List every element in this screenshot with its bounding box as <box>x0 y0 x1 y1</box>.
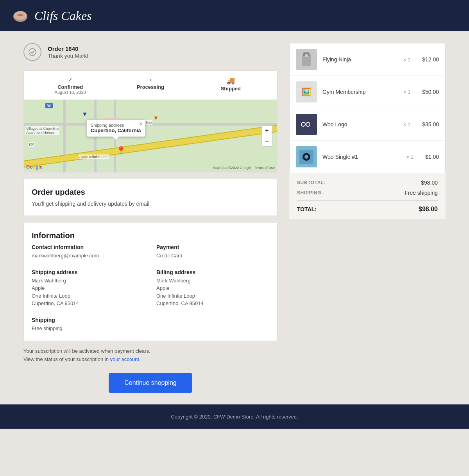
billing-address-text: Mark Wahlberg Apple One Infinite Loop Cu… <box>156 277 269 307</box>
confirmed-icon: ✓ <box>68 77 73 83</box>
updates-title: Order updates <box>32 188 269 197</box>
subtotal-row: SUBTOTAL: $98.00 <box>297 180 438 186</box>
grand-total-row: TOTAL: $98.00 <box>297 206 438 213</box>
step-shipped: 🚚 Shipped <box>191 76 271 95</box>
header: Clifs Cakes <box>0 0 469 31</box>
item-image: 🖼️ <box>296 81 317 102</box>
item-price: $1.00 <box>425 154 439 160</box>
processing-label: Processing <box>110 84 190 90</box>
ship-company: Apple <box>32 285 45 291</box>
continue-btn-wrapper: Continue shopping <box>23 373 277 404</box>
shipping-address-section: Shipping address Mark Wahlberg Apple One… <box>32 269 145 307</box>
main-content: Order 1640 Thank you Mark! ✓ Confirmed A… <box>12 31 457 404</box>
map-close[interactable]: ✕ <box>139 121 143 127</box>
your-account-link[interactable]: your account <box>110 356 139 362</box>
item-qty: × 1 <box>403 122 410 128</box>
order-items-container: Flying Ninja × 1 $12.00 🖼️ Gym Membershi… <box>290 43 445 173</box>
info-grid: Contact information markwahlberg@example… <box>32 244 269 332</box>
zoom-out-button[interactable]: − <box>262 136 272 146</box>
check-icon <box>29 48 36 56</box>
map-label-280: 280 <box>28 142 35 147</box>
bill-company: Apple <box>156 285 169 291</box>
map-orange-pin: ▼ <box>153 115 159 122</box>
map-tooltip: ✕ Shipping address Cupertino, California <box>86 119 145 137</box>
step-confirmed: ✓ Confirmed August 18, 2020 <box>30 76 110 95</box>
left-column: Order 1640 Thank you Mark! ✓ Confirmed A… <box>23 43 289 404</box>
map-blue-pin: ▼ <box>82 111 88 118</box>
progress-card: ✓ Confirmed August 18, 2020 › Processing… <box>23 70 277 172</box>
item-image <box>296 114 317 135</box>
map-area: 280 W ▼ ▼ Hilton Ga... Gochi Cupertino V… <box>24 100 277 172</box>
svg-point-2 <box>29 48 36 56</box>
order-updates-card: Order updates You'll get shipping and de… <box>23 179 277 216</box>
zoom-in-button[interactable]: + <box>262 126 272 136</box>
order-item: Woo Single #1 × 1 $1.00 <box>290 141 445 173</box>
bill-street: One Infinite Loop <box>156 293 195 299</box>
order-number: Order 1640 <box>48 45 88 52</box>
map-watermark: Google <box>26 164 42 170</box>
item-name: Woo Single #1 <box>322 154 395 160</box>
payment-section: Payment Credit Card <box>156 244 269 260</box>
map-terms-text: Terms of Use <box>254 166 275 170</box>
contact-email: markwahlberg@example.com <box>32 252 145 260</box>
payment-value: Credit Card <box>156 252 269 260</box>
footer: Copyright © 2020, CFW Demo Store. All ri… <box>0 404 469 429</box>
map-label-villages: Villages at CupertinoApartment Homes <box>25 126 59 135</box>
grand-total-value: $98.00 <box>419 206 438 213</box>
item-img-gym: 🖼️ <box>296 81 317 102</box>
shipping-method-section: Shipping Free shipping <box>32 317 145 332</box>
grand-total-label: TOTAL: <box>297 206 317 212</box>
map-pin: 📍 <box>116 146 126 156</box>
item-price: $35.00 <box>422 121 439 128</box>
shipping-value: Free shipping <box>405 190 438 196</box>
order-header: Order 1640 Thank you Mark! <box>23 43 277 61</box>
contact-label: Contact information <box>32 244 145 250</box>
item-qty: × 1 <box>403 57 410 63</box>
progress-steps: ✓ Confirmed August 18, 2020 › Processing… <box>24 71 277 100</box>
order-item: Woo Logo × 1 $35.00 <box>290 108 445 141</box>
item-price: $12.00 <box>422 56 439 63</box>
shipping-address-label: Shipping address <box>32 269 145 275</box>
order-summary: Flying Ninja × 1 $12.00 🖼️ Gym Membershi… <box>289 43 446 173</box>
map-zoom: + − <box>261 126 272 147</box>
order-totals: SUBTOTAL: $98.00 SHIPPING: Free shipping… <box>289 173 446 219</box>
item-img-woo-logo <box>296 114 317 135</box>
item-image <box>296 49 317 70</box>
map-badge-walmart: W <box>45 103 53 108</box>
svg-point-5 <box>305 54 308 57</box>
ship-name: Mark Wahlberg <box>32 278 66 284</box>
item-image <box>296 146 317 167</box>
logo-text: Clifs Cakes <box>34 9 92 23</box>
processing-icon: › <box>150 77 152 83</box>
shipping-label: SHIPPING: <box>297 190 323 196</box>
bill-city: Cupertino, CA 95014 <box>156 300 204 306</box>
map-tooltip-label: Shipping address <box>91 123 141 128</box>
updates-desc: You'll get shipping and delivery updates… <box>32 201 269 207</box>
subtotal-value: $98.00 <box>421 180 438 186</box>
item-name: Woo Logo <box>322 121 392 128</box>
item-qty: × 1 <box>406 154 414 160</box>
item-img-woo-single <box>296 146 317 167</box>
map-data-text: Map data ©2020 Google <box>213 166 251 170</box>
logo-icon <box>12 7 29 24</box>
map-road-280 <box>24 122 277 171</box>
billing-address-label: Billing address <box>156 269 269 275</box>
map-terms-link: Map data ©2020 Google Terms of Use <box>213 166 275 170</box>
item-name: Gym Membership <box>322 89 392 95</box>
billing-address-section: Billing address Mark Wahlberg Apple One … <box>156 269 269 307</box>
item-img-ninja <box>296 49 317 70</box>
item-qty: × 1 <box>403 89 410 95</box>
order-item: 🖼️ Gym Membership × 1 $50.00 <box>290 76 445 108</box>
continue-shopping-button[interactable]: Continue shopping <box>109 373 192 393</box>
contact-section: Contact information markwahlberg@example… <box>32 244 145 260</box>
order-thank-you: Thank you Mark! <box>48 53 88 59</box>
ship-city: Cupertino, CA 95014 <box>32 300 79 306</box>
step-processing: › Processing <box>110 76 190 95</box>
check-circle <box>23 43 41 61</box>
shipping-method-label: Shipping <box>32 317 145 323</box>
confirmed-label: Confirmed <box>30 84 110 90</box>
ship-street: One Infinite Loop <box>32 293 70 299</box>
information-card: Information Contact information markwahl… <box>23 222 277 341</box>
payment-label: Payment <box>156 244 269 250</box>
shipping-address-text: Mark Wahlberg Apple One Infinite Loop Cu… <box>32 277 145 307</box>
